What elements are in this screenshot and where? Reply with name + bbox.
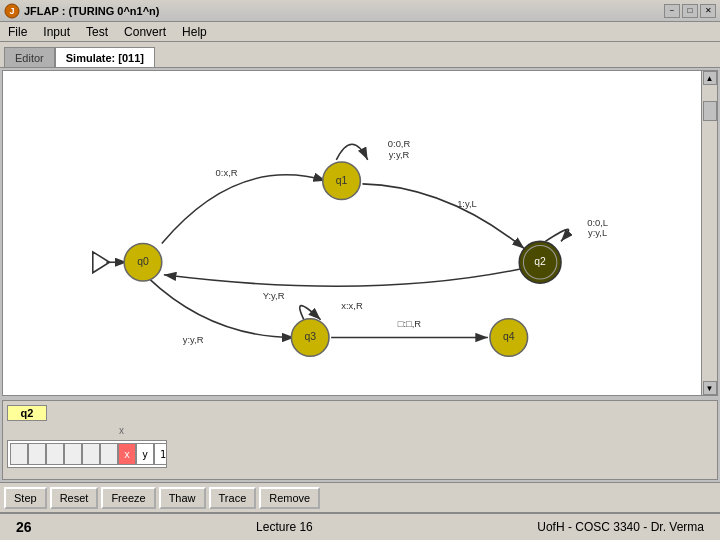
remove-button[interactable]: Remove xyxy=(259,487,320,509)
trace-button[interactable]: Trace xyxy=(209,487,257,509)
head-indicator: x xyxy=(119,425,124,436)
svg-text:y:y,R: y:y,R xyxy=(183,334,204,345)
close-button[interactable]: ✕ xyxy=(700,4,716,18)
tape-cell-5 xyxy=(100,443,118,465)
course-info: UofH - COSC 3340 - Dr. Verma xyxy=(537,520,704,534)
slide-number: 26 xyxy=(16,519,32,535)
window-controls: − □ ✕ xyxy=(664,4,716,18)
vertical-scrollbar[interactable]: ▲ ▼ xyxy=(701,71,717,395)
svg-text:0:0,L: 0:0,L xyxy=(587,217,608,228)
thaw-button[interactable]: Thaw xyxy=(159,487,206,509)
svg-text:q2: q2 xyxy=(534,256,546,267)
svg-text:y:y,R: y:y,R xyxy=(389,149,410,160)
menu-file[interactable]: File xyxy=(4,24,31,40)
svg-text:x:x,R: x:x,R xyxy=(341,300,363,311)
tab-editor[interactable]: Editor xyxy=(4,47,55,67)
svg-text:1:y,L: 1:y,L xyxy=(457,198,477,209)
svg-text:□:□,R: □:□,R xyxy=(398,318,422,329)
maximize-button[interactable]: □ xyxy=(682,4,698,18)
step-button[interactable]: Step xyxy=(4,487,47,509)
lecture-label: Lecture 16 xyxy=(256,520,313,534)
menu-test[interactable]: Test xyxy=(82,24,112,40)
footer: 26 Lecture 16 UofH - COSC 3340 - Dr. Ver… xyxy=(0,512,720,540)
tape-display: xy1 xyxy=(7,440,167,468)
tape-cell-0 xyxy=(10,443,28,465)
svg-text:0:0,R: 0:0,R xyxy=(388,138,411,149)
menu-input[interactable]: Input xyxy=(39,24,74,40)
button-bar: Step Reset Freeze Thaw Trace Remove xyxy=(0,482,720,512)
tab-simulate[interactable]: Simulate: [011] xyxy=(55,47,155,67)
tape-cell-2 xyxy=(46,443,64,465)
scroll-down[interactable]: ▼ xyxy=(703,381,717,395)
svg-text:q0: q0 xyxy=(137,256,149,267)
scroll-thumb[interactable] xyxy=(703,101,717,121)
app-icon: J xyxy=(4,3,20,19)
reset-button[interactable]: Reset xyxy=(50,487,99,509)
svg-text:q4: q4 xyxy=(503,331,515,342)
svg-text:y:y,L: y:y,L xyxy=(588,227,607,238)
svg-text:q3: q3 xyxy=(304,331,316,342)
turing-diagram: 0:x,R 0:0,R y:y,R 1:y,L 0:0,L y:y,L x:x,… xyxy=(3,71,701,395)
tape-cell-8: 1 xyxy=(154,443,167,465)
tape-cell-7: y xyxy=(136,443,154,465)
menu-help[interactable]: Help xyxy=(178,24,211,40)
svg-text:0:x,R: 0:x,R xyxy=(216,167,238,178)
freeze-button[interactable]: Freeze xyxy=(101,487,155,509)
title-bar: J JFLAP : (TURING 0^n1^n) − □ ✕ xyxy=(0,0,720,22)
tape-cell-4 xyxy=(82,443,100,465)
menu-bar: File Input Test Convert Help xyxy=(0,22,720,42)
tape-cell-1 xyxy=(28,443,46,465)
tab-bar: Editor Simulate: [011] xyxy=(0,42,720,68)
svg-text:q1: q1 xyxy=(336,175,348,186)
svg-text:Y:y,R: Y:y,R xyxy=(263,290,285,301)
tape-cell-6: x xyxy=(118,443,136,465)
diagram-canvas: 0:x,R 0:0,R y:y,R 1:y,L 0:0,L y:y,L x:x,… xyxy=(2,70,718,396)
scroll-up[interactable]: ▲ xyxy=(703,71,717,85)
menu-convert[interactable]: Convert xyxy=(120,24,170,40)
minimize-button[interactable]: − xyxy=(664,4,680,18)
window-title: JFLAP : (TURING 0^n1^n) xyxy=(24,5,159,17)
current-state-label: q2 xyxy=(7,405,47,421)
tape-cell-3 xyxy=(64,443,82,465)
state-panel: q2 x xy1 xyxy=(2,400,718,480)
svg-text:J: J xyxy=(9,6,14,16)
